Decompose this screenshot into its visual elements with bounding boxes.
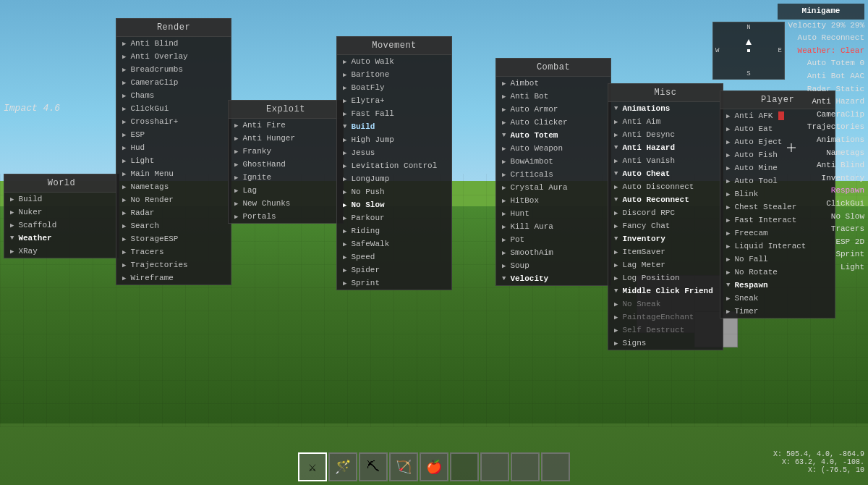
- combat-hunt[interactable]: ▶Hunt: [496, 207, 610, 220]
- movement-speed[interactable]: ▶Speed: [337, 250, 451, 263]
- render-esp[interactable]: ▶ESP: [116, 128, 231, 141]
- movement-parkour[interactable]: ▶Parkour: [337, 211, 451, 224]
- combat-auto-armor[interactable]: ▶Auto Armor: [496, 103, 610, 116]
- exploit-lag[interactable]: ▶Lag: [229, 184, 343, 197]
- hotbar-slot-9[interactable]: [541, 452, 570, 481]
- movement-baritone[interactable]: ▶Baritone: [337, 68, 451, 81]
- misc-signs[interactable]: ▶Signs: [608, 337, 723, 350]
- hotbar-slot-6[interactable]: [450, 452, 479, 481]
- hotbar-slot-3[interactable]: ⛏: [359, 452, 388, 481]
- exploit-anti-hunger[interactable]: ▶Anti Hunger: [229, 132, 343, 145]
- world-scaffold[interactable]: ▶Scaffold: [4, 219, 119, 232]
- exploit-anti-fire[interactable]: ▶Anti Fire: [229, 119, 343, 132]
- hotbar-slot-4[interactable]: 🏹: [389, 452, 418, 481]
- player-sneak[interactable]: ▶Sneak: [720, 292, 835, 305]
- render-main-menu[interactable]: ▶Main Menu: [116, 167, 231, 180]
- combat-panel: Combat ▶Aimbot ▶Anti Bot ▶Auto Armor ▶Au…: [495, 58, 611, 286]
- misc-item-saver[interactable]: ▶ItemSaver: [608, 245, 723, 258]
- combat-crystal-aura[interactable]: ▶Crystal Aura: [496, 181, 610, 194]
- combat-velocity[interactable]: ▼Velocity: [496, 272, 610, 285]
- movement-fast-fall[interactable]: ▶Fast Fall: [337, 107, 451, 120]
- misc-panel-title: Misc: [608, 84, 723, 102]
- movement-spider[interactable]: ▶Spider: [337, 263, 451, 277]
- movement-safewalk[interactable]: ▶SafeWalk: [337, 237, 451, 250]
- exploit-ghost-hand[interactable]: ▶GhostHand: [229, 158, 343, 171]
- misc-lag-meter[interactable]: ▶Lag Meter: [608, 258, 723, 271]
- movement-jesus[interactable]: ▶Jesus: [337, 146, 451, 159]
- misc-no-sneak[interactable]: ▶No Sneak: [608, 298, 723, 311]
- render-chams[interactable]: ▶Chams: [116, 89, 231, 102]
- combat-smooth-aim[interactable]: ▶SmoothAim: [496, 246, 610, 259]
- movement-auto-walk[interactable]: ▶Auto Walk: [337, 55, 451, 68]
- combat-auto-weapon[interactable]: ▶Auto Weapon: [496, 142, 610, 155]
- combat-aimbot[interactable]: ▶Aimbot: [496, 77, 610, 90]
- combat-kill-aura[interactable]: ▶Kill Aura: [496, 220, 610, 233]
- movement-sprint[interactable]: ▶Sprint: [337, 277, 451, 290]
- misc-anti-desync[interactable]: ▶Anti Desync: [608, 128, 723, 141]
- movement-levitation-control[interactable]: ▶Levitation Control: [337, 159, 451, 172]
- render-nametags[interactable]: ▶Nametags: [116, 180, 231, 193]
- combat-anti-bot[interactable]: ▶Anti Bot: [496, 90, 610, 103]
- hotbar-slot-5[interactable]: 🍎: [420, 452, 448, 481]
- render-clickgui[interactable]: ▶ClickGui: [116, 102, 231, 115]
- misc-discord-rpc[interactable]: ▶Discord RPC: [608, 206, 723, 219]
- render-light[interactable]: ▶Light: [116, 154, 231, 167]
- movement-build[interactable]: ▼Build: [337, 120, 451, 133]
- exploit-portals[interactable]: ▶Portals: [229, 210, 343, 223]
- misc-middle-click-friend[interactable]: ▼Middle Click Friend: [608, 284, 723, 298]
- movement-panel-title: Movement: [337, 37, 451, 55]
- misc-inventory[interactable]: ▼Inventory: [608, 232, 723, 245]
- combat-hitbox[interactable]: ▶HitBox: [496, 194, 610, 207]
- exploit-ignite[interactable]: ▶Ignite: [229, 171, 343, 184]
- render-crosshair[interactable]: ▶Crosshair+: [116, 115, 231, 128]
- movement-boat-fly[interactable]: ▶BoatFly: [337, 81, 451, 94]
- movement-long-jump[interactable]: ▶LongJump: [337, 172, 451, 185]
- exploit-franky[interactable]: ▶Franky: [229, 145, 343, 158]
- render-anti-blind[interactable]: ▶Anti Blind: [116, 37, 231, 50]
- movement-riding[interactable]: ▶Riding: [337, 224, 451, 237]
- misc-paintage-enchant[interactable]: ▶PaintageEnchant: [608, 311, 723, 324]
- player-timer[interactable]: ▶Timer: [720, 305, 835, 318]
- world-build[interactable]: ▶Build: [4, 193, 119, 206]
- misc-auto-disconnect[interactable]: ▶Auto Disconnect: [608, 180, 723, 193]
- misc-auto-cheat[interactable]: ▼Auto Cheat: [608, 167, 723, 180]
- render-camera-clip[interactable]: ▶CameraClip: [116, 76, 231, 89]
- hotbar-slot-8[interactable]: [511, 452, 540, 481]
- misc-self-destruct[interactable]: ▶Self Destruct: [608, 324, 723, 337]
- world-xray[interactable]: ▶XRay: [4, 245, 119, 258]
- combat-criticals[interactable]: ▶Criticals: [496, 168, 610, 181]
- render-wireframe[interactable]: ▶Wireframe: [116, 271, 231, 284]
- misc-fancy-chat[interactable]: ▶Fancy Chat: [608, 219, 723, 232]
- render-storage-esp[interactable]: ▶StorageESP: [116, 232, 231, 245]
- hotbar-slot-2[interactable]: 🪄: [328, 452, 357, 481]
- hotbar-slot-7[interactable]: [480, 452, 509, 481]
- player-respawn[interactable]: ▼Respawn: [720, 279, 835, 292]
- combat-soup[interactable]: ▶Soup: [496, 259, 610, 272]
- render-anti-overlay[interactable]: ▶Anti Overlay: [116, 50, 231, 63]
- hotbar-slot-1[interactable]: ⚔: [298, 452, 327, 481]
- combat-bow-aimbot[interactable]: ▶BowAimbot: [496, 155, 610, 168]
- render-tracers[interactable]: ▶Tracers: [116, 245, 231, 258]
- misc-auto-reconnect[interactable]: ▼Auto Reconnect: [608, 193, 723, 206]
- movement-no-slow[interactable]: ▶No Slow: [337, 198, 451, 211]
- misc-log-position[interactable]: ▶Log Position: [608, 271, 723, 284]
- render-hud[interactable]: ▶Hud: [116, 141, 231, 154]
- render-trajectories[interactable]: ▶Trajectories: [116, 258, 231, 271]
- world-weather[interactable]: ▼Weather: [4, 232, 119, 245]
- movement-elytra[interactable]: ▶Elytra+: [337, 94, 451, 107]
- misc-animations[interactable]: ▼Animations: [608, 102, 723, 115]
- combat-pot[interactable]: ▶Pot: [496, 233, 610, 246]
- combat-auto-totem[interactable]: ▼Auto Totem: [496, 129, 610, 142]
- exploit-new-chunks[interactable]: ▶New Chunks: [229, 197, 343, 210]
- movement-high-jump[interactable]: ▶High Jump: [337, 133, 451, 146]
- misc-anti-vanish[interactable]: ▶Anti Vanish: [608, 154, 723, 167]
- misc-anti-aim[interactable]: ▶Anti Aim: [608, 115, 723, 128]
- render-search[interactable]: ▶Search: [116, 219, 231, 232]
- combat-auto-clicker[interactable]: ▶Auto Clicker: [496, 116, 610, 129]
- world-nuker[interactable]: ▶Nuker: [4, 206, 119, 219]
- render-radar[interactable]: ▶Radar: [116, 206, 231, 219]
- render-breadcrumbs[interactable]: ▶Breadcrumbs: [116, 63, 231, 76]
- misc-anti-hazard[interactable]: ▼Anti Hazard: [608, 141, 723, 154]
- render-no-render[interactable]: ▶No Render: [116, 193, 231, 206]
- movement-no-push[interactable]: ▶No Push: [337, 185, 451, 198]
